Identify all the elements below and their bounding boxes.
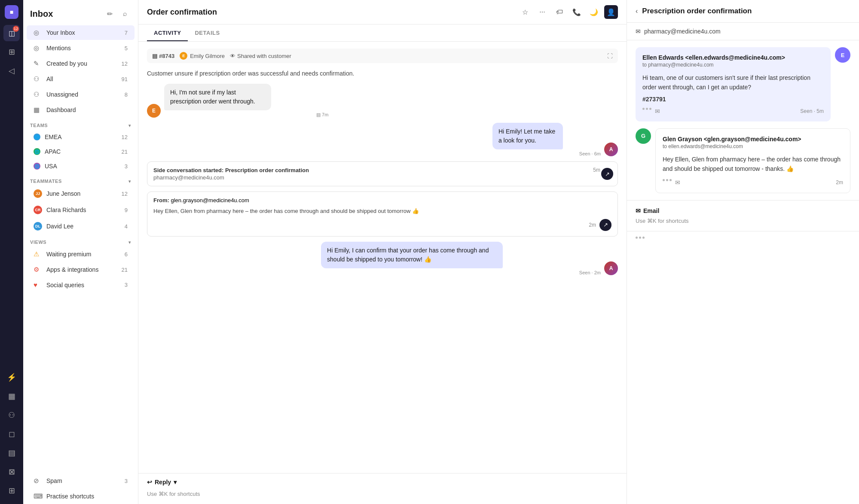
message-bubble-wrapper: Hi Emily! Let me take a look for you. Se… [492, 123, 601, 156]
right-panel-title: Prescription order confirmation [642, 7, 752, 15]
search-icon[interactable]: ⌕ [119, 8, 131, 20]
snooze-button[interactable]: 🌙 [587, 5, 601, 19]
sidebar-item-unassigned[interactable]: ⚇ Unassigned 8 [27, 87, 135, 102]
david-avatar: DL [34, 222, 42, 231]
inbox-nav-icon: ◎ [34, 29, 42, 36]
sidebar-item-count: 3 [125, 163, 128, 170]
teams-section-header[interactable]: TEAMS ▾ [23, 118, 138, 130]
message-time: Seen · 6m [492, 151, 601, 156]
nav-inbox[interactable]: ◫ 12 [3, 25, 20, 41]
expand-button[interactable]: ⛶ [607, 53, 613, 59]
sidebar-item-apps-integrations[interactable]: ⚙ Apps & integrations 21 [27, 262, 135, 277]
sidebar-item-label: Unassigned [46, 91, 125, 98]
tab-details[interactable]: DETAILS [188, 24, 226, 41]
back-button[interactable]: ‹ [636, 7, 638, 15]
sidebar-item-count: 12 [122, 61, 128, 67]
message-row: A Hi Emily, I can confirm that your orde… [147, 242, 618, 275]
reply-input[interactable]: Use ⌘K for shortcuts [147, 489, 618, 499]
nav-chart[interactable]: ▦ [3, 388, 20, 404]
tabs: ACTIVITY DETAILS [138, 24, 627, 42]
main-panel: Order confirmation ☆ ··· 🏷 📞 🌙 👤 ACTIVIT… [138, 0, 627, 504]
tag-button[interactable]: 🏷 [553, 5, 566, 19]
nav-book[interactable]: ▤ [3, 445, 20, 461]
email-footer: ✉ 2m [663, 179, 843, 186]
loading-dots [663, 179, 672, 186]
phone-button[interactable]: 📞 [570, 5, 584, 19]
assignee: E Emily Gilmore [180, 52, 225, 60]
email-footer: ✉ Seen · 5m [642, 108, 824, 115]
side-conv-arrow[interactable]: ↗ [601, 168, 613, 180]
sidebar-item-count: 3 [125, 478, 128, 484]
sidebar-item-apac[interactable]: 🌐 APAC 21 [27, 145, 135, 158]
reply-icon: ↩ [147, 479, 152, 486]
nav-lightning[interactable]: ⚡ [3, 369, 20, 386]
tab-activity[interactable]: ACTIVITY [147, 24, 188, 41]
sidebar-item-label: Created by you [46, 60, 122, 67]
nav-people[interactable]: ⚇ [3, 407, 20, 423]
assign-button[interactable]: 👤 [604, 5, 618, 19]
email-body: Hi team, one of our customers isn't sure… [642, 73, 824, 92]
conversation-description: Customer unsure if prescription order wa… [147, 68, 618, 79]
sidebar-item-label: EMEA [45, 134, 122, 140]
sidebar-item-label: Your Inbox [46, 29, 125, 36]
sidebar-item-spam[interactable]: ⊘ Spam 3 [27, 474, 135, 488]
nav-send[interactable]: ◁ [3, 63, 20, 79]
sidebar-item-count: 12 [122, 191, 128, 197]
app-logo[interactable]: ■ [5, 5, 18, 19]
email-to: to pharmacy@medicine4u.com [642, 62, 824, 68]
sidebar-item-label: Mentions [46, 45, 125, 52]
email-section-icon: ✉ [636, 207, 641, 214]
message-row: E Hi, I'm not sure if my last prescripti… [147, 84, 618, 118]
sidebar-item-david-lee[interactable]: DL David Lee 4 [27, 219, 135, 234]
sidebar-item-label: June Jenson [46, 190, 122, 197]
apps-icon: ⚙ [34, 266, 42, 273]
nav-cart[interactable]: ⊠ [3, 464, 20, 480]
icon-bar: ■ ◫ 12 ⊞ ◁ ⚡ ▦ ⚇ ◻ ▤ ⊠ ⊞ [0, 0, 23, 504]
teammates-section-header[interactable]: TEAMMATES ▾ [23, 173, 138, 185]
sidebar-item-shortcuts[interactable]: ⌨ Practise shortcuts [27, 489, 135, 504]
unassigned-nav-icon: ⚇ [34, 91, 42, 98]
loading-dots [642, 108, 651, 115]
sidebar-item-usa[interactable]: 🌐 USA 3 [27, 159, 135, 173]
reply-header[interactable]: ↩ Reply ▾ [147, 479, 618, 486]
email-channel-icon: ✉ [655, 108, 660, 115]
nav-layers[interactable]: ⊞ [3, 44, 20, 60]
email-time: Seen · 5m [800, 108, 824, 114]
reply-section-title: ✉ Email [636, 207, 850, 214]
message-bubble: Hi Emily, I can confirm that your order … [321, 242, 503, 268]
message-row: A Hi Emily! Let me take a look for you. … [147, 123, 618, 156]
eye-icon: 👁 [230, 53, 235, 59]
sidebar-item-count: 4 [125, 223, 128, 230]
reply-section-input[interactable]: Use ⌘K for shortcuts [636, 218, 850, 224]
sidebar-item-dashboard[interactable]: ▦ Dashboard [27, 103, 135, 117]
mentions-nav-icon: ◎ [34, 44, 42, 52]
more-button[interactable]: ··· [535, 5, 549, 19]
sidebar-item-waiting-premium[interactable]: ⚠ Waiting premium 6 [27, 247, 135, 261]
email-icon: ✉ [636, 28, 641, 35]
sidebar-item-count: 91 [122, 76, 128, 82]
footer-dots [636, 237, 850, 239]
views-section-header[interactable]: VIEWS ▾ [23, 234, 138, 246]
nav-grid[interactable]: ⊞ [3, 483, 20, 499]
message-time: ▤ 7m [164, 112, 328, 118]
sidebar-item-june-jenson[interactable]: JJ June Jenson 12 [27, 186, 135, 201]
compose-icon[interactable]: ✏ [104, 8, 116, 20]
message-bubble: Hi Emily! Let me take a look for you. [492, 123, 563, 149]
email-ref: #273791 [642, 96, 824, 103]
sidebar-item-clara-richards[interactable]: CR Clara Richards 9 [27, 202, 135, 218]
star-button[interactable]: ☆ [518, 5, 532, 19]
sidebar-item-mentions[interactable]: ◎ Mentions 5 [27, 41, 135, 55]
sidebar-item-emea[interactable]: 🌐 EMEA 12 [27, 130, 135, 144]
nav-chat[interactable]: ◻ [3, 426, 20, 442]
message-bubble: Hi, I'm not sure if my last prescription… [164, 84, 271, 110]
sidebar-item-created-by-you[interactable]: ✎ Created by you 12 [27, 56, 135, 71]
sidebar: Inbox ✏ ⌕ ◎ Your Inbox 7 ◎ Mentions 5 ✎ … [23, 0, 138, 504]
sidebar-item-your-inbox[interactable]: ◎ Your Inbox 7 [27, 25, 135, 40]
sidebar-item-social-queries[interactable]: ♥ Social queries 3 [27, 278, 135, 292]
sidebar-item-all[interactable]: ⚇ All 91 [27, 72, 135, 86]
sidebar-item-label: Spam [46, 477, 125, 484]
shared-label: 👁 Shared with customer [230, 53, 291, 59]
sender-avatar: E [147, 104, 161, 118]
email-to: to ellen.edwards@medicine4u.com [663, 143, 843, 149]
forward-arrow[interactable]: ↗ [599, 219, 611, 231]
